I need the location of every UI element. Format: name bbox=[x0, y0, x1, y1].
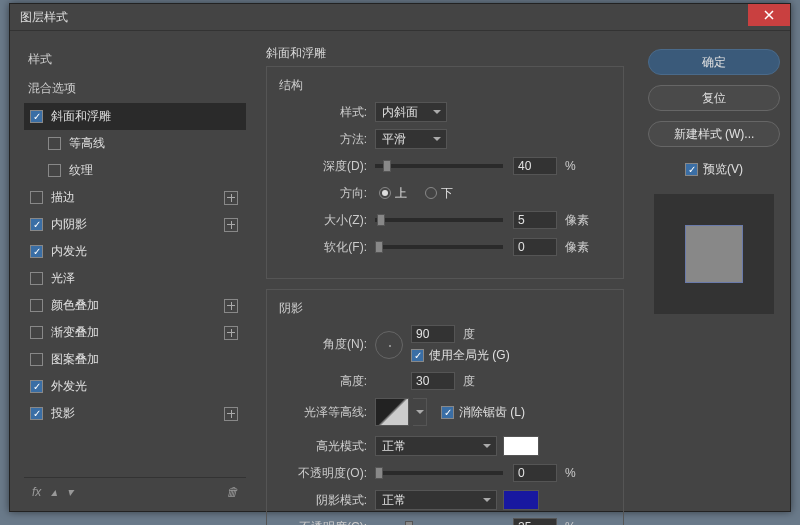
angle-label: 角度(N): bbox=[277, 336, 375, 353]
size-slider[interactable] bbox=[375, 218, 503, 222]
depth-input[interactable]: 40 bbox=[513, 157, 557, 175]
highlight-mode-select[interactable]: 正常 bbox=[375, 436, 497, 456]
sidebar-item-3[interactable]: 描边 bbox=[24, 184, 246, 211]
sidebar-item-7[interactable]: 颜色叠加 bbox=[24, 292, 246, 319]
soften-input[interactable]: 0 bbox=[513, 238, 557, 256]
preview-box bbox=[654, 194, 774, 314]
shadow-mode-select[interactable]: 正常 bbox=[375, 490, 497, 510]
blend-header[interactable]: 混合选项 bbox=[24, 74, 246, 103]
sidebar-item-label: 颜色叠加 bbox=[51, 297, 99, 314]
settings-panel: 斜面和浮雕 结构 样式:内斜面 方法:平滑 深度(D):40% 方向:上下 大小… bbox=[252, 31, 638, 511]
sidebar-item-label: 投影 bbox=[51, 405, 75, 422]
global-light-checkbox[interactable] bbox=[411, 349, 424, 362]
checkbox-icon[interactable] bbox=[30, 326, 43, 339]
layer-style-dialog: 图层样式 样式 混合选项 斜面和浮雕等高线纹理描边内阴影内发光光泽颜色叠加渐变叠… bbox=[9, 3, 791, 512]
structure-title: 结构 bbox=[279, 77, 613, 94]
sidebar-item-8[interactable]: 渐变叠加 bbox=[24, 319, 246, 346]
shadow-opacity-label: 不透明度(C): bbox=[277, 519, 375, 526]
sidebar-item-11[interactable]: 投影 bbox=[24, 400, 246, 427]
close-icon bbox=[764, 10, 774, 20]
method-select[interactable]: 平滑 bbox=[375, 129, 447, 149]
highlight-color-swatch[interactable] bbox=[503, 436, 539, 456]
highlight-opacity-slider[interactable] bbox=[375, 471, 503, 475]
sidebar-item-0[interactable]: 斜面和浮雕 bbox=[24, 103, 246, 130]
trash-icon[interactable]: 🗑 bbox=[226, 485, 238, 499]
checkbox-icon[interactable] bbox=[48, 137, 61, 150]
checkbox-icon[interactable] bbox=[30, 407, 43, 420]
checkbox-icon[interactable] bbox=[48, 164, 61, 177]
fx-icon[interactable]: fx bbox=[32, 485, 41, 499]
sidebar-item-9[interactable]: 图案叠加 bbox=[24, 346, 246, 373]
new-style-button[interactable]: 新建样式 (W)... bbox=[648, 121, 780, 147]
gloss-contour-label: 光泽等高线: bbox=[277, 404, 375, 421]
sidebar-item-label: 光泽 bbox=[51, 270, 75, 287]
sidebar-item-label: 纹理 bbox=[69, 162, 93, 179]
antialias-checkbox[interactable] bbox=[441, 406, 454, 419]
gloss-contour-picker[interactable] bbox=[375, 398, 409, 426]
soften-slider[interactable] bbox=[375, 245, 503, 249]
sidebar-item-label: 外发光 bbox=[51, 378, 87, 395]
sidebar-item-5[interactable]: 内发光 bbox=[24, 238, 246, 265]
shadow-opacity-input[interactable]: 25 bbox=[513, 518, 557, 525]
sidebar-item-label: 图案叠加 bbox=[51, 351, 99, 368]
ok-button[interactable]: 确定 bbox=[648, 49, 780, 75]
sidebar-item-6[interactable]: 光泽 bbox=[24, 265, 246, 292]
direction-down-radio[interactable] bbox=[425, 187, 437, 199]
angle-dial[interactable] bbox=[375, 331, 403, 359]
arrow-down-icon[interactable]: ▾ bbox=[67, 485, 73, 499]
depth-slider[interactable] bbox=[375, 164, 503, 168]
sidebar-item-10[interactable]: 外发光 bbox=[24, 373, 246, 400]
soften-label: 软化(F): bbox=[277, 239, 375, 256]
styles-sidebar: 样式 混合选项 斜面和浮雕等高线纹理描边内阴影内发光光泽颜色叠加渐变叠加图案叠加… bbox=[10, 31, 252, 511]
sidebar-item-4[interactable]: 内阴影 bbox=[24, 211, 246, 238]
add-icon[interactable] bbox=[224, 299, 238, 313]
sidebar-item-label: 斜面和浮雕 bbox=[51, 108, 111, 125]
sidebar-item-1[interactable]: 等高线 bbox=[24, 130, 246, 157]
checkbox-icon[interactable] bbox=[30, 245, 43, 258]
sidebar-item-2[interactable]: 纹理 bbox=[24, 157, 246, 184]
arrow-up-icon[interactable]: ▴ bbox=[51, 485, 57, 499]
highlight-mode-label: 高光模式: bbox=[277, 438, 375, 455]
checkbox-icon[interactable] bbox=[30, 272, 43, 285]
shadow-mode-label: 阴影模式: bbox=[277, 492, 375, 509]
close-button[interactable] bbox=[748, 4, 790, 26]
checkbox-icon[interactable] bbox=[30, 299, 43, 312]
sidebar-item-label: 内阴影 bbox=[51, 216, 87, 233]
style-select[interactable]: 内斜面 bbox=[375, 102, 447, 122]
highlight-opacity-label: 不透明度(O): bbox=[277, 465, 375, 482]
add-icon[interactable] bbox=[224, 407, 238, 421]
panel-title: 斜面和浮雕 bbox=[266, 45, 624, 62]
shadow-title: 阴影 bbox=[279, 300, 613, 317]
gloss-contour-dropdown[interactable] bbox=[413, 398, 427, 426]
size-input[interactable]: 5 bbox=[513, 211, 557, 229]
add-icon[interactable] bbox=[224, 191, 238, 205]
direction-label: 方向: bbox=[277, 185, 375, 202]
highlight-opacity-input[interactable]: 0 bbox=[513, 464, 557, 482]
checkbox-icon[interactable] bbox=[30, 191, 43, 204]
sidebar-item-label: 描边 bbox=[51, 189, 75, 206]
shadow-color-swatch[interactable] bbox=[503, 490, 539, 510]
styles-header[interactable]: 样式 bbox=[24, 45, 246, 74]
checkbox-icon[interactable] bbox=[30, 380, 43, 393]
window-title: 图层样式 bbox=[20, 9, 68, 26]
cancel-button[interactable]: 复位 bbox=[648, 85, 780, 111]
add-icon[interactable] bbox=[224, 218, 238, 232]
sidebar-item-label: 等高线 bbox=[69, 135, 105, 152]
right-panel: 确定 复位 新建样式 (W)... 预览(V) bbox=[638, 31, 790, 511]
altitude-label: 高度: bbox=[277, 373, 375, 390]
preview-checkbox[interactable] bbox=[685, 163, 698, 176]
angle-input[interactable]: 90 bbox=[411, 325, 455, 343]
checkbox-icon[interactable] bbox=[30, 353, 43, 366]
checkbox-icon[interactable] bbox=[30, 218, 43, 231]
direction-up-radio[interactable] bbox=[379, 187, 391, 199]
sidebar-footer: fx ▴ ▾ 🗑 bbox=[24, 477, 246, 505]
structure-group: 结构 样式:内斜面 方法:平滑 深度(D):40% 方向:上下 大小(Z):5像… bbox=[266, 66, 624, 279]
sidebar-item-label: 渐变叠加 bbox=[51, 324, 99, 341]
sidebar-item-label: 内发光 bbox=[51, 243, 87, 260]
shadow-group: 阴影 角度(N):90度使用全局光 (G) 高度:30度 光泽等高线:消除锯齿 … bbox=[266, 289, 624, 525]
size-label: 大小(Z): bbox=[277, 212, 375, 229]
checkbox-icon[interactable] bbox=[30, 110, 43, 123]
add-icon[interactable] bbox=[224, 326, 238, 340]
preview-swatch bbox=[685, 225, 743, 283]
altitude-input[interactable]: 30 bbox=[411, 372, 455, 390]
